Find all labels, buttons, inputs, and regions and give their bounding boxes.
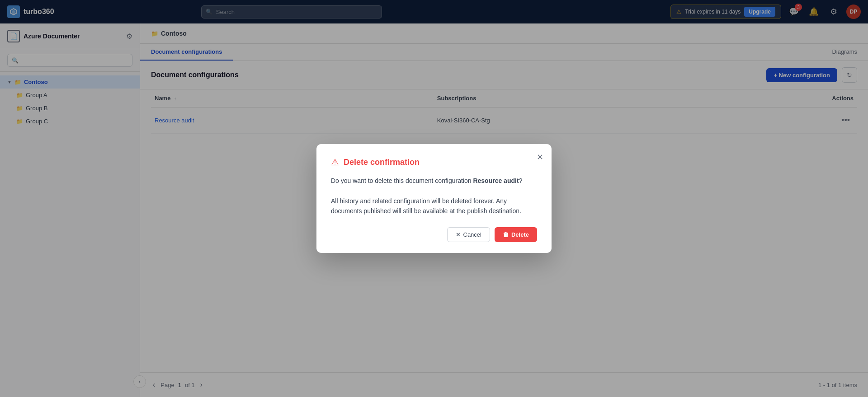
trash-icon: 🗑 [503, 231, 509, 238]
cancel-x-icon: ✕ [456, 231, 461, 238]
modal-close-button[interactable]: ✕ [537, 152, 543, 162]
delete-button[interactable]: 🗑 Delete [495, 227, 537, 242]
modal-body-text2: ? [519, 177, 523, 184]
cancel-label: Cancel [463, 231, 481, 238]
modal-warning-icon: ⚠ [331, 157, 339, 168]
modal-config-name: Resource audit [473, 177, 519, 184]
modal-warning-text: All history and related configuration wi… [331, 196, 537, 216]
modal-body-text: Do you want to delete this document conf… [331, 177, 472, 184]
delete-label: Delete [511, 231, 529, 238]
delete-confirmation-modal: ⚠ Delete confirmation ✕ Do you want to d… [316, 144, 552, 253]
modal-body: Do you want to delete this document conf… [331, 176, 537, 216]
modal-header: ⚠ Delete confirmation [331, 157, 537, 168]
modal-title: Delete confirmation [344, 158, 420, 167]
modal-footer: ✕ Cancel 🗑 Delete [331, 227, 537, 242]
modal-overlay[interactable]: ⚠ Delete confirmation ✕ Do you want to d… [0, 0, 868, 397]
cancel-button[interactable]: ✕ Cancel [447, 227, 490, 242]
